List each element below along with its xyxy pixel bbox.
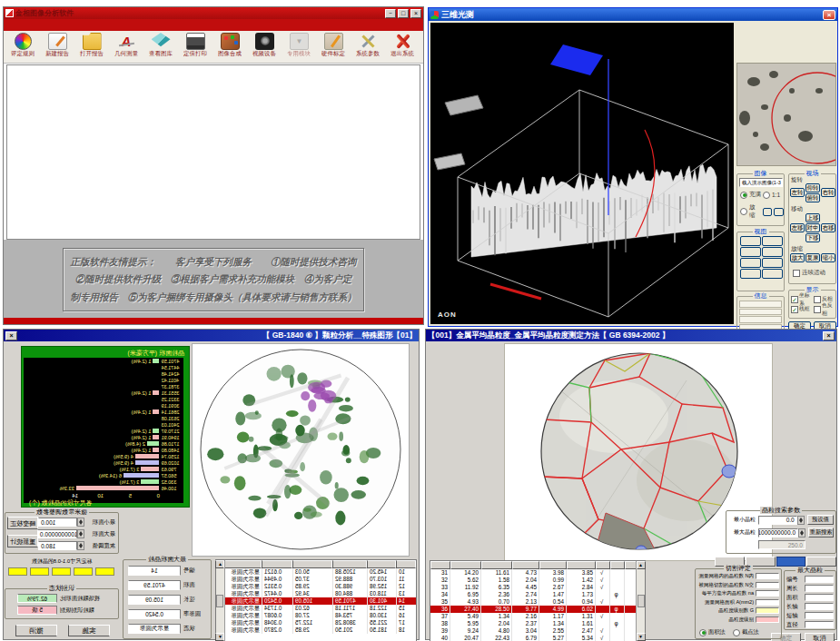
view-button[interactable] <box>762 258 783 268</box>
move-right-button[interactable]: 右移 <box>821 223 835 232</box>
toolbar-button[interactable]: 打开报告 <box>74 32 109 63</box>
toolbar-button[interactable]: 退出系统 <box>385 32 420 63</box>
max-grain-spinner[interactable]: 1000000000.0 <box>758 528 805 537</box>
toolbar-button[interactable]: 硬件标定 <box>316 32 351 63</box>
table-row[interactable]: 12152.98988.3029.850.5312显示为圆形 <box>216 583 416 590</box>
toolbar-button[interactable]: 定倍打印 <box>178 32 212 63</box>
column-header[interactable] <box>596 561 610 569</box>
param-spinner[interactable]: 180.0 <box>38 541 84 550</box>
table-row[interactable]: 375.491.342.161.171.31√ <box>430 613 645 620</box>
table-row[interactable]: 3627.4028.509.774.996.02φ <box>430 606 645 613</box>
toolbar-button[interactable]: 视频设备 <box>247 32 282 63</box>
table-row[interactable]: 3311.926.354.452.672.84√ <box>430 584 645 591</box>
table-row[interactable]: 399.244.803.042.552.47√ <box>430 627 645 635</box>
column-header[interactable] <box>481 561 512 569</box>
rotate-right-button[interactable]: 右转 <box>821 188 835 197</box>
table-row[interactable]: 10145.201205.8850.030.6121显示为圆形 <box>216 568 416 576</box>
close-button[interactable]: × <box>5 331 17 340</box>
view-button[interactable] <box>762 236 783 246</box>
preset-button[interactable]: 预设值 <box>807 515 834 525</box>
column-header[interactable] <box>539 561 567 569</box>
column-header[interactable] <box>367 560 396 568</box>
param-value[interactable]: 100.0 <box>38 518 77 527</box>
toolbar-button[interactable]: 新建报告 <box>40 32 74 63</box>
table-row[interactable]: 15122.181711.1862.030.1734显示为圆形 <box>216 605 416 612</box>
param-value[interactable]: 180.0 <box>38 541 77 550</box>
column-header[interactable] <box>223 560 262 568</box>
rotate-left-button[interactable]: 左转 <box>790 188 805 197</box>
one-to-one-radio[interactable] <box>763 192 770 199</box>
recount-button[interactable]: 重新统计 <box>7 535 38 547</box>
continuous-motion-checkbox[interactable] <box>793 270 800 277</box>
undo-button[interactable]: 撤消 <box>15 625 57 636</box>
param-spinner[interactable]: 1000000000.0 <box>37 529 84 538</box>
view-button[interactable] <box>740 236 761 246</box>
scroll-down-icon[interactable]: ▼ <box>216 633 225 641</box>
view-button[interactable] <box>740 269 761 279</box>
scroll-up-icon[interactable]: ▲ <box>216 560 225 568</box>
minimize-button[interactable]: － <box>385 9 396 18</box>
table-row[interactable]: 11103.70888.9237.050.4944显示为圆形 <box>216 576 416 583</box>
column-header[interactable] <box>567 561 596 569</box>
param-value[interactable]: 1000000000.0 <box>37 529 77 538</box>
table-row[interactable]: 3114.2011.614.733.983.85√ <box>430 569 645 577</box>
column-header[interactable] <box>262 560 292 568</box>
table-row[interactable]: 16130.08753.4827.080.6087显示为圆形 <box>216 612 416 619</box>
display-checkbox[interactable] <box>814 296 821 303</box>
tool-button[interactable] <box>806 557 836 567</box>
tool-button[interactable] <box>776 557 806 567</box>
apply-button[interactable]: 实施 <box>68 625 110 636</box>
column-header[interactable] <box>396 560 416 568</box>
tilt-up-button[interactable]: 仰转 <box>805 183 820 192</box>
table-scrollbar[interactable]: ▲ ▼ <box>216 560 225 641</box>
move-down-button[interactable]: 下移 <box>805 233 820 242</box>
tilt-down-button[interactable]: 俯转 <box>805 193 820 202</box>
param-spinner[interactable]: 100.0 <box>38 518 84 527</box>
toolbar-button[interactable]: 几何测量 <box>109 32 143 63</box>
distortion-correct-button[interactable]: 畸变校正 <box>7 517 38 529</box>
maximize-button[interactable]: □ <box>398 9 409 18</box>
scroll-up-icon[interactable]: ▲ <box>637 561 646 569</box>
zoom-radio[interactable] <box>740 208 747 215</box>
document-area[interactable] <box>6 64 420 240</box>
table-row[interactable]: 385.952.042.371.341.61φ <box>430 620 645 627</box>
intercept-method-radio[interactable] <box>733 629 740 636</box>
table-row[interactable]: 14401.304701.59105.090.5420显示为圆形 <box>216 597 416 605</box>
toolbar-button[interactable]: 图像合成 <box>212 32 247 63</box>
table-row[interactable]: 325.621.582.040.991.42√ <box>430 577 645 584</box>
move-up-button[interactable]: 上移 <box>805 213 820 222</box>
center-button[interactable]: 对中 <box>805 223 820 232</box>
column-header[interactable] <box>512 561 539 569</box>
column-header[interactable] <box>610 561 625 569</box>
view-button[interactable] <box>762 247 783 257</box>
cancel-button[interactable]: 取消 <box>805 633 835 641</box>
close-button[interactable]: × <box>823 10 835 20</box>
close-button[interactable]: × <box>410 9 421 18</box>
zoom-tool-button[interactable] <box>763 208 773 216</box>
display-checkbox[interactable] <box>814 306 821 313</box>
toolbar-button[interactable]: 查看图库 <box>143 32 178 63</box>
demo-image-combo[interactable]: 载入演示图像(1-3 <box>739 178 783 187</box>
close-button[interactable]: × <box>823 331 835 340</box>
toolbar-button[interactable]: 评定规则 <box>5 32 40 63</box>
view-button[interactable] <box>740 247 761 257</box>
zoom-out-button[interactable]: 缩小 <box>821 253 835 262</box>
research-button[interactable]: 重新搜索 <box>808 528 834 537</box>
zoom-reset-button[interactable]: 复原 <box>805 253 820 262</box>
table-row[interactable]: 17221.553808.28122.750.3048显示为圆形 <box>216 619 416 626</box>
column-header[interactable] <box>292 560 332 568</box>
table-row[interactable]: 18181.50201.5029.850.2870显示为圆形 <box>216 626 416 634</box>
column-header[interactable] <box>332 560 367 568</box>
zoom-in-button[interactable]: 放大 <box>790 253 805 262</box>
view-button[interactable] <box>762 269 783 279</box>
zoom-tool-button[interactable] <box>774 208 784 216</box>
view-button[interactable] <box>740 258 761 268</box>
table-scrollbar[interactable]: ▲ ▼ <box>636 561 645 641</box>
area-method-radio[interactable] <box>699 629 707 636</box>
scroll-thumb[interactable] <box>637 595 645 607</box>
scroll-thumb[interactable] <box>217 595 224 607</box>
table-row[interactable]: 4020.4722.436.795.275.34√ <box>430 635 645 641</box>
toolbar-button[interactable]: 专用模块 <box>282 32 316 63</box>
min-grain-spinner[interactable]: 0.0 <box>758 516 805 525</box>
table-row[interactable]: 354.930.702.130.540.94√ <box>430 598 645 606</box>
